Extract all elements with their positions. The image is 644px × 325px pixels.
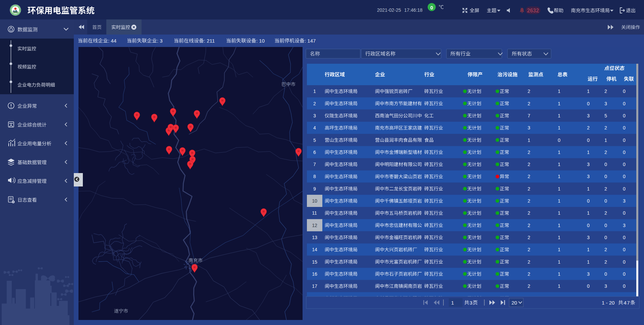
svg-text:0: 0: [623, 101, 626, 106]
svg-text:1: 1: [604, 138, 607, 143]
svg-text:0: 0: [623, 235, 626, 240]
svg-text:: 10: : 10: [256, 38, 265, 44]
svg-text:1: 1: [587, 210, 590, 216]
svg-text:8: 8: [313, 174, 316, 179]
svg-text:2: 2: [604, 125, 607, 130]
svg-text:7: 7: [313, 162, 316, 167]
svg-text:1: 1: [587, 150, 590, 155]
svg-text:2632: 2632: [527, 8, 539, 13]
svg-text:3: 3: [313, 113, 316, 118]
svg-text:4: 4: [313, 125, 316, 130]
svg-text:1: 1: [558, 283, 560, 289]
svg-text:1: 1: [558, 210, 560, 216]
svg-text:17:46:18: 17:46:18: [404, 7, 423, 13]
svg-text:0: 0: [623, 125, 626, 130]
svg-text:: 44: : 44: [108, 38, 116, 44]
svg-text:1 - 20: 1 - 20: [602, 300, 614, 306]
svg-text:2: 2: [604, 186, 607, 192]
svg-text:0: 0: [604, 162, 607, 167]
svg-text:1: 1: [558, 162, 560, 167]
svg-text:2: 2: [528, 174, 530, 179]
svg-text:1: 1: [558, 101, 560, 106]
svg-text:10: 10: [312, 198, 317, 204]
svg-text:1: 1: [587, 259, 590, 265]
svg-text:3: 3: [528, 125, 530, 130]
svg-text:2: 2: [528, 235, 530, 240]
svg-text:3: 3: [604, 283, 607, 289]
svg-text:0: 0: [623, 174, 626, 179]
svg-text:2: 2: [528, 271, 530, 277]
svg-text:0: 0: [623, 271, 626, 277]
svg-text:0: 0: [604, 198, 607, 204]
svg-text:2: 2: [528, 89, 530, 94]
svg-text:11: 11: [312, 210, 317, 216]
svg-text:0: 0: [587, 198, 590, 204]
svg-text:0: 0: [623, 247, 626, 252]
svg-text:0: 0: [623, 113, 626, 118]
svg-text:0: 0: [623, 186, 626, 192]
svg-text:0: 0: [587, 138, 590, 143]
svg-text:1: 1: [558, 89, 560, 94]
svg-text:: 3: : 3: [157, 38, 163, 44]
svg-text:16: 16: [312, 271, 317, 277]
svg-text:2: 2: [528, 186, 530, 192]
svg-text:1: 1: [587, 247, 590, 252]
svg-text:2: 2: [587, 125, 590, 130]
svg-text:0: 0: [623, 89, 626, 94]
svg-text:15: 15: [312, 259, 317, 265]
svg-text:0: 0: [623, 259, 626, 265]
svg-text:3: 3: [587, 174, 590, 179]
svg-text:13: 13: [312, 235, 317, 240]
svg-text:2: 2: [604, 247, 607, 252]
svg-text:0: 0: [623, 162, 626, 167]
svg-text:2: 2: [528, 223, 530, 228]
svg-text:1: 1: [451, 300, 454, 306]
svg-text:0: 0: [587, 283, 590, 289]
svg-text:17: 17: [312, 283, 317, 289]
svg-text:2: 2: [604, 259, 607, 265]
svg-text:2: 2: [604, 89, 607, 94]
svg-text:2: 2: [528, 101, 530, 106]
svg-text:2021-02-25: 2021-02-25: [377, 7, 401, 13]
svg-text:0: 0: [604, 223, 607, 228]
svg-text:3: 3: [604, 101, 607, 106]
svg-text:2: 2: [528, 150, 530, 155]
svg-text:2: 2: [604, 150, 607, 155]
svg-text:0: 0: [623, 138, 626, 143]
svg-text:47: 47: [624, 300, 631, 306]
svg-text:7: 7: [528, 113, 530, 118]
svg-text:0: 0: [430, 5, 433, 10]
svg-text:1: 1: [587, 89, 590, 94]
svg-text:1: 1: [558, 259, 560, 265]
svg-text:1: 1: [558, 235, 560, 240]
svg-text:14: 14: [312, 247, 317, 252]
svg-text:3: 3: [587, 113, 590, 118]
svg-text:2: 2: [528, 259, 530, 265]
svg-text:1: 1: [558, 174, 560, 179]
svg-text:1: 1: [558, 186, 560, 192]
svg-text:1: 1: [558, 125, 560, 130]
svg-text:1: 1: [558, 150, 560, 155]
svg-text:1: 1: [558, 247, 560, 252]
svg-text:3: 3: [587, 235, 590, 240]
svg-text:2: 2: [528, 283, 530, 289]
svg-text:0: 0: [604, 271, 607, 277]
svg-text:1: 1: [558, 113, 560, 118]
svg-text:2: 2: [528, 162, 530, 167]
svg-text:6: 6: [313, 150, 316, 155]
svg-text:3: 3: [587, 162, 590, 167]
svg-text:: 211: : 211: [204, 38, 215, 44]
svg-text:0: 0: [604, 174, 607, 179]
svg-text:5: 5: [313, 138, 316, 143]
svg-text:0: 0: [623, 283, 626, 289]
svg-text:2: 2: [528, 210, 530, 216]
svg-text:: 147: : 147: [305, 38, 316, 44]
svg-text:0: 0: [604, 235, 607, 240]
svg-text:9: 9: [313, 186, 316, 192]
svg-text:1: 1: [558, 198, 560, 204]
svg-text:3: 3: [623, 198, 626, 204]
svg-text:3: 3: [587, 271, 590, 277]
svg-text:1: 1: [528, 138, 530, 143]
svg-text:0: 0: [558, 138, 560, 143]
svg-text:3: 3: [623, 223, 626, 228]
